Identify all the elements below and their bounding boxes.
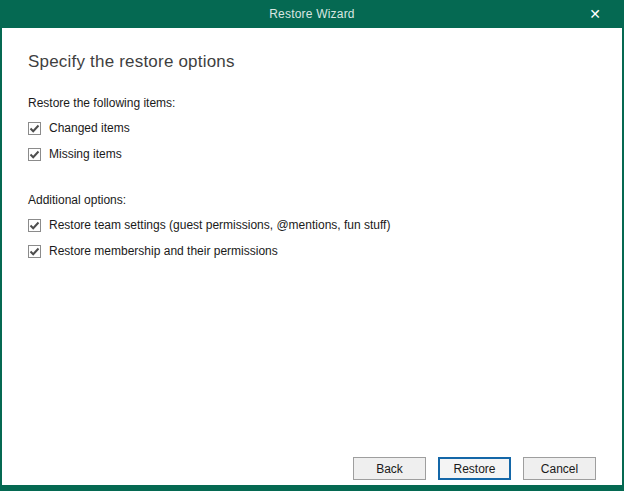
page-title: Specify the restore options (28, 52, 596, 72)
checkbox-changed-items[interactable] (28, 122, 41, 135)
checkbox-label: Changed items (49, 121, 130, 135)
restore-wizard-dialog: Restore Wizard ✕ Specify the restore opt… (0, 0, 624, 491)
back-button[interactable]: Back (353, 457, 426, 480)
checkmark-icon (29, 220, 40, 231)
button-bar: Back Restore Cancel (353, 457, 596, 480)
close-button[interactable]: ✕ (578, 0, 612, 28)
checkbox-row-restore-team-settings[interactable]: Restore team settings (guest permissions… (28, 217, 596, 233)
checkbox-row-restore-membership[interactable]: Restore membership and their permissions (28, 243, 596, 259)
checkmark-icon (29, 246, 40, 257)
checkbox-label: Missing items (49, 147, 122, 161)
cancel-button[interactable]: Cancel (523, 457, 596, 480)
checkbox-label: Restore membership and their permissions (49, 244, 278, 258)
checkbox-label: Restore team settings (guest permissions… (49, 218, 390, 232)
dialog-content: Specify the restore options Restore the … (2, 28, 622, 485)
window-title: Restore Wizard (0, 0, 624, 28)
checkbox-restore-team-settings[interactable] (28, 219, 41, 232)
title-bar: Restore Wizard ✕ (0, 0, 624, 28)
checkmark-icon (29, 123, 40, 134)
checkbox-restore-membership[interactable] (28, 245, 41, 258)
checkbox-row-missing-items[interactable]: Missing items (28, 146, 596, 162)
section-label-additional-options: Additional options: (28, 193, 596, 207)
checkmark-icon (29, 149, 40, 160)
close-icon: ✕ (589, 6, 601, 22)
checkbox-row-changed-items[interactable]: Changed items (28, 120, 596, 136)
checkbox-missing-items[interactable] (28, 148, 41, 161)
section-label-restore-items: Restore the following items: (28, 96, 596, 110)
restore-button[interactable]: Restore (438, 457, 511, 480)
